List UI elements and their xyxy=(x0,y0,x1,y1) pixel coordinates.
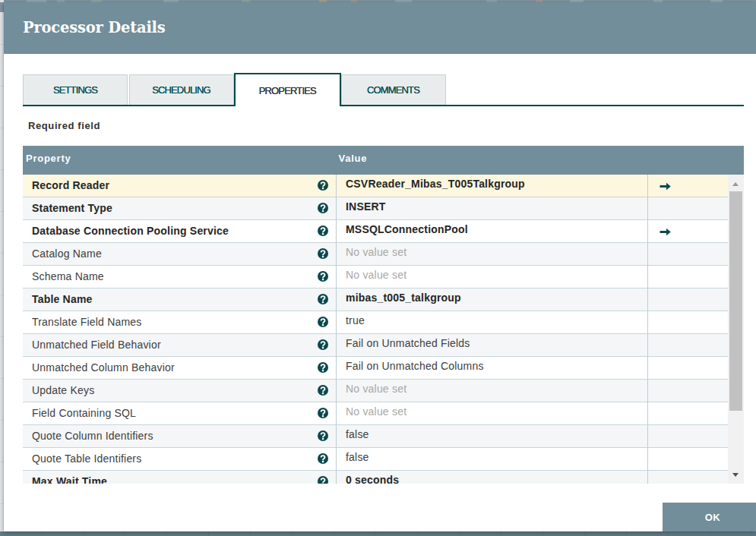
table-row[interactable]: Update KeysNo value set xyxy=(23,380,728,402)
property-value: Fail on Unmatched Fields xyxy=(346,334,470,356)
tab-properties[interactable]: PROPERTIES xyxy=(234,73,341,106)
help-icon[interactable] xyxy=(318,385,328,396)
column-header-property: Property xyxy=(26,146,71,175)
table-row[interactable]: Database Connection Pooling ServiceMSSQL… xyxy=(23,220,728,243)
help-icon[interactable] xyxy=(318,362,328,373)
help-icon[interactable] xyxy=(318,317,328,327)
column-divider xyxy=(336,334,337,357)
required-field-note: Required field xyxy=(28,120,100,131)
help-icon[interactable] xyxy=(318,271,328,282)
goto-service-arrow-icon[interactable] xyxy=(660,181,671,192)
column-divider xyxy=(647,357,648,380)
table-row[interactable]: Translate Field Namestrue xyxy=(23,311,728,334)
property-value: No value set xyxy=(346,243,406,265)
column-divider xyxy=(336,243,337,266)
table-row[interactable]: Record ReaderCSVReader_Mibas_T005Talkgro… xyxy=(23,175,728,197)
property-name: Quote Table Identifiers xyxy=(32,448,141,470)
property-value: Fail on Unmatched Columns xyxy=(346,357,484,379)
column-divider xyxy=(336,448,337,471)
help-icon[interactable] xyxy=(318,453,328,464)
scrollbar-up-button[interactable] xyxy=(728,175,744,188)
table-row[interactable]: Table Namemibas_t005_talkgroup xyxy=(23,288,728,311)
property-value: false xyxy=(346,425,369,447)
dialog-title: Processor Details xyxy=(23,19,166,36)
column-divider xyxy=(647,220,648,243)
ok-button[interactable]: OK xyxy=(663,503,756,531)
processor-details-dialog: Processor Details SETTINGSSCHEDULINGPROP… xyxy=(4,2,756,531)
property-name: Quote Column Identifiers xyxy=(32,425,153,447)
tab-settings[interactable]: SETTINGS xyxy=(23,74,128,105)
table-header-row: Property Value xyxy=(23,146,744,175)
help-icon[interactable] xyxy=(318,225,328,236)
table-row[interactable]: Field Containing SQLNo value set xyxy=(23,402,728,425)
tab-scheduling[interactable]: SCHEDULING xyxy=(129,74,234,105)
help-icon[interactable] xyxy=(318,339,328,350)
property-name: Record Reader xyxy=(32,175,109,197)
scrollbar-thumb[interactable] xyxy=(729,191,742,411)
help-icon[interactable] xyxy=(318,430,328,441)
column-divider xyxy=(336,175,337,197)
table-scrollbar[interactable] xyxy=(728,175,744,484)
dialog-header: Processor Details xyxy=(4,2,756,54)
background-canvas-bottom xyxy=(0,531,756,536)
scroll-up-icon xyxy=(732,182,739,186)
table-row[interactable]: Catalog NameNo value set xyxy=(23,243,728,266)
help-icon[interactable] xyxy=(318,408,328,418)
column-divider xyxy=(647,471,648,484)
column-divider xyxy=(647,334,648,357)
help-icon[interactable] xyxy=(318,294,328,304)
property-name: Database Connection Pooling Service xyxy=(32,220,229,242)
goto-service-arrow-icon[interactable] xyxy=(660,226,671,238)
column-divider xyxy=(647,175,648,197)
column-divider xyxy=(647,197,648,220)
property-name: Schema Name xyxy=(32,266,104,288)
column-divider xyxy=(647,243,648,266)
table-row[interactable]: Quote Table Identifiersfalse xyxy=(23,448,728,471)
table-row[interactable]: Schema NameNo value set xyxy=(23,266,728,288)
column-divider xyxy=(647,311,648,334)
property-value: 0 seconds xyxy=(346,471,399,484)
column-divider xyxy=(647,266,648,288)
help-icon[interactable] xyxy=(318,476,328,484)
help-icon[interactable] xyxy=(318,203,328,213)
property-value: No value set xyxy=(346,380,406,402)
properties-table: Property Value Record ReaderCSVReader_Mi… xyxy=(23,146,744,487)
table-row[interactable]: Unmatched Column BehaviorFail on Unmatch… xyxy=(23,357,728,380)
column-divider xyxy=(647,425,648,448)
property-value: true xyxy=(346,311,365,333)
table-row[interactable]: Quote Column Identifiersfalse xyxy=(23,425,728,448)
column-divider xyxy=(647,288,648,311)
column-header-value: Value xyxy=(339,146,368,175)
property-name: Table Name xyxy=(32,288,93,311)
column-divider xyxy=(336,471,337,484)
column-divider xyxy=(336,425,337,448)
column-divider xyxy=(647,402,648,425)
help-icon[interactable] xyxy=(318,180,328,191)
table-row[interactable]: Statement TypeINSERT xyxy=(23,197,728,220)
column-divider xyxy=(336,380,337,402)
property-name: Catalog Name xyxy=(32,243,102,265)
property-name: Translate Field Names xyxy=(32,311,142,333)
property-value: MSSQLConnectionPool xyxy=(346,220,468,242)
column-divider xyxy=(336,311,337,334)
column-divider xyxy=(336,266,337,288)
property-value: CSVReader_Mibas_T005Talkgroup xyxy=(346,175,525,197)
table-row[interactable]: Max Wait Time0 seconds xyxy=(23,471,728,484)
column-divider xyxy=(647,380,648,402)
property-value: No value set xyxy=(346,402,406,424)
table-row[interactable]: Unmatched Field BehaviorFail on Unmatche… xyxy=(23,334,728,357)
column-divider xyxy=(336,220,337,243)
tab-comments[interactable]: COMMENTS xyxy=(341,74,446,105)
column-divider xyxy=(336,288,337,311)
property-name: Statement Type xyxy=(32,197,112,219)
scrollbar-down-button[interactable] xyxy=(728,471,744,484)
help-icon[interactable] xyxy=(318,248,328,259)
column-divider xyxy=(336,402,337,425)
scroll-down-icon xyxy=(732,473,739,477)
column-divider xyxy=(647,448,648,471)
table-body: Record ReaderCSVReader_Mibas_T005Talkgro… xyxy=(23,175,728,484)
property-name: Unmatched Column Behavior xyxy=(32,357,175,379)
property-value: mibas_t005_talkgroup xyxy=(346,288,461,311)
property-name: Max Wait Time xyxy=(32,471,107,484)
property-value: INSERT xyxy=(346,197,386,219)
